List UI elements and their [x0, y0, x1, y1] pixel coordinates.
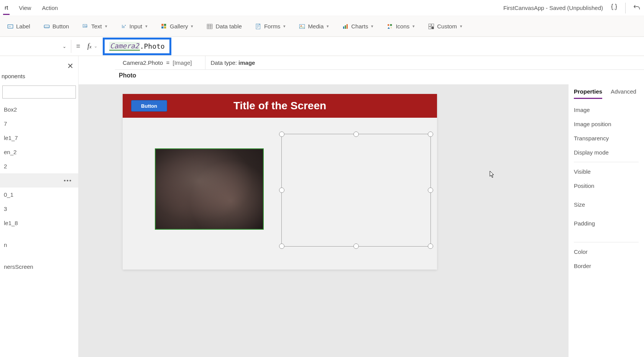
- input-icon: [120, 23, 127, 30]
- prop-row[interactable]: Position: [574, 179, 639, 193]
- tree-item[interactable]: [0, 252, 78, 260]
- prop-row[interactable]: Border: [574, 259, 639, 273]
- ribbon-forms[interactable]: Forms▾: [250, 21, 291, 32]
- prop-row[interactable]: Color: [574, 245, 639, 259]
- resize-handle[interactable]: [428, 188, 433, 193]
- button-icon: [43, 23, 50, 30]
- tab-advanced[interactable]: Advanced: [611, 88, 636, 99]
- svg-rect-22: [432, 24, 434, 26]
- tree-item[interactable]: n: [0, 238, 78, 252]
- svg-point-18: [388, 24, 389, 26]
- prop-row[interactable]: Padding: [574, 212, 639, 230]
- tree-list: Box2 7 le1_7 en_2 2 ••• 0_1 3 le1_8 n ne…: [0, 102, 78, 274]
- svg-rect-10: [164, 26, 166, 28]
- custom-icon: [428, 23, 435, 30]
- ribbon-charts[interactable]: Charts▾: [337, 21, 378, 32]
- svg-rect-16: [345, 25, 346, 29]
- resize-handle[interactable]: [279, 132, 284, 137]
- fx-label[interactable]: fx⌄: [85, 42, 100, 50]
- forms-icon: [255, 23, 262, 30]
- app-screen[interactable]: Button Title of the Screen: [123, 94, 437, 270]
- tree-item[interactable]: le1_8: [0, 216, 78, 230]
- datatype-label: Data type:: [211, 59, 239, 66]
- ribbon-media[interactable]: Media▾: [294, 21, 334, 32]
- prop-row[interactable]: Visible: [574, 165, 639, 179]
- tab-properties[interactable]: Properties: [574, 88, 602, 99]
- properties-pane: Properties Advanced Image Image position…: [568, 84, 644, 357]
- tree-item[interactable]: 2: [0, 159, 78, 173]
- svg-rect-8: [164, 24, 166, 26]
- prop-row[interactable]: Display mode: [574, 145, 639, 160]
- undo-icon[interactable]: [632, 3, 641, 13]
- tree-tab-components[interactable]: nponents: [0, 56, 78, 83]
- prop-row[interactable]: Size: [574, 193, 639, 212]
- tree-item[interactable]: en_2: [0, 145, 78, 159]
- svg-rect-23: [429, 26, 431, 29]
- divider: [574, 242, 639, 242]
- tree-item[interactable]: [0, 230, 78, 238]
- tree-search-input[interactable]: [2, 86, 76, 99]
- image-control-selected[interactable]: [281, 134, 431, 247]
- menu-insert[interactable]: rt: [3, 1, 10, 15]
- ribbon-gallery[interactable]: Gallery▾: [156, 21, 198, 32]
- tree-item[interactable]: 3: [0, 202, 78, 216]
- top-menu: rt View Action FirstCanvasApp - Saved (U…: [0, 0, 644, 16]
- datatable-icon: [206, 23, 213, 30]
- tree-item-selected[interactable]: •••: [0, 173, 78, 188]
- ribbon-icons[interactable]: + Icons▾: [382, 21, 419, 32]
- tree-item[interactable]: 0_1: [0, 188, 78, 202]
- equals-sign: =: [71, 42, 85, 50]
- tree-item[interactable]: le1_7: [0, 131, 78, 145]
- svg-rect-21: [429, 24, 431, 26]
- prop-row[interactable]: Image: [574, 103, 639, 117]
- app-checker-icon[interactable]: [610, 3, 618, 13]
- svg-rect-19: [390, 24, 392, 26]
- svg-rect-11: [207, 24, 213, 29]
- section-heading: Photo: [119, 72, 136, 79]
- divider: [574, 162, 639, 162]
- prop-row[interactable]: Transparency: [574, 131, 639, 145]
- ribbon-text[interactable]: Abc Text▾: [77, 21, 112, 32]
- formula-token-prop: .Photo: [140, 42, 165, 50]
- close-icon[interactable]: ✕: [67, 61, 74, 71]
- ribbon-label[interactable]: Label: [2, 21, 35, 32]
- property-dropdown[interactable]: ⌄: [0, 40, 71, 53]
- resize-handle[interactable]: [279, 188, 284, 193]
- svg-point-0: [614, 9, 614, 10]
- svg-point-6: [125, 25, 125, 25]
- tree-item[interactable]: Box2: [0, 102, 78, 117]
- charts-icon: [342, 23, 349, 30]
- svg-rect-9: [161, 26, 163, 28]
- svg-rect-7: [161, 24, 163, 26]
- menu-action[interactable]: Action: [40, 2, 59, 14]
- resize-handle[interactable]: [353, 132, 359, 137]
- formula-result-bar: Camera2.Photo = [Image] Data type: image: [115, 56, 644, 70]
- resize-handle[interactable]: [279, 243, 284, 249]
- svg-text:Abc: Abc: [84, 25, 87, 27]
- canvas-area[interactable]: Button Title of the Screen: [79, 84, 568, 357]
- resize-handle[interactable]: [353, 243, 359, 249]
- more-icon[interactable]: •••: [64, 177, 74, 184]
- camera-control[interactable]: [155, 148, 264, 230]
- media-icon: [299, 23, 306, 30]
- ribbon-button[interactable]: Button: [39, 21, 74, 32]
- svg-rect-3: [44, 26, 49, 28]
- tree-panel: ✕ nponents Box2 7 le1_7 en_2 2 ••• 0_1 3…: [0, 56, 79, 357]
- menu-view[interactable]: View: [17, 2, 33, 14]
- ribbon-custom[interactable]: Custom▾: [423, 21, 467, 32]
- tree-item[interactable]: 7: [0, 117, 78, 131]
- resize-handle[interactable]: [428, 132, 433, 137]
- insert-ribbon: Label Button Abc Text▾ Input▾ Gallery▾ D…: [0, 16, 644, 37]
- svg-rect-15: [343, 26, 344, 29]
- ribbon-datatable[interactable]: Data table: [202, 21, 246, 32]
- eval-expr: Camera2.Photo: [123, 59, 163, 66]
- ribbon-input[interactable]: Input▾: [116, 21, 152, 32]
- resize-handle[interactable]: [428, 243, 433, 249]
- tree-item[interactable]: nersScreen: [0, 260, 78, 274]
- app-title: FirstCanvasApp - Saved (Unpublished): [503, 5, 603, 11]
- formula-input[interactable]: Camera2.Photo: [103, 38, 171, 55]
- prop-row[interactable]: Image position: [574, 117, 639, 131]
- screen-button[interactable]: Button: [131, 100, 167, 112]
- text-icon: Abc: [82, 23, 89, 30]
- screen-title: Title of the Screen: [123, 100, 437, 112]
